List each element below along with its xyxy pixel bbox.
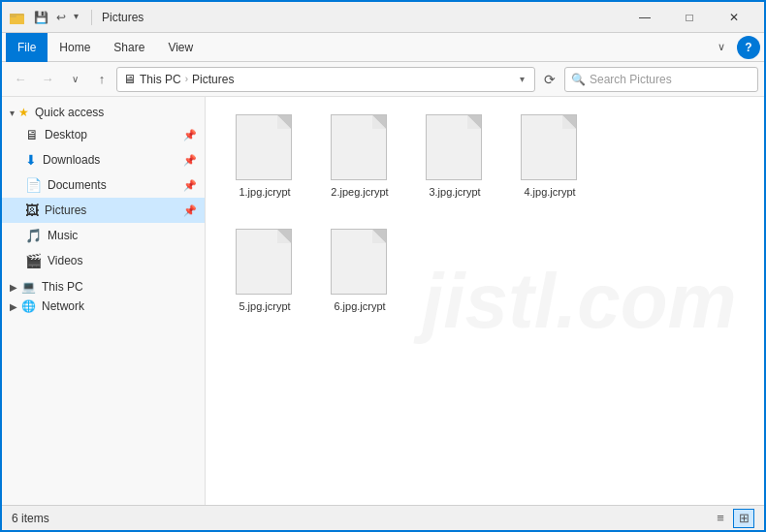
maximize-button[interactable]: □ [667,2,712,33]
sidebar-documents-label: Documents [48,178,183,192]
file-name-3: 4.jpg.jcrypt [524,186,575,198]
sidebar-item-music[interactable]: 🎵 Music [2,223,205,248]
downloads-pin-icon: 📌 [183,154,197,167]
sidebar-item-videos[interactable]: 🎬 Videos [2,248,205,273]
file-page-3 [521,114,577,180]
file-name-0: 1.jpg.jcrypt [239,186,290,198]
sidebar-desktop-label: Desktop [45,128,183,141]
tab-share[interactable]: Share [102,33,156,62]
file-item-0[interactable]: 1.jpg.jcrypt [221,107,308,205]
file-area: jistl.com 1.jpg.jcrypt 2.jpeg.jcrypt 3.j… [206,97,764,505]
watermark: jistl.com [422,257,737,346]
desktop-icon: 🖥 [25,127,39,142]
this-pc-label: This PC [42,280,83,294]
quick-access-label: Quick access [35,106,104,119]
file-icon-0 [236,114,294,182]
search-bar[interactable]: 🔍 Search Pictures [564,67,758,92]
file-name-5: 6.jpg.jcrypt [334,300,385,312]
nav-bar: ← → ∨ ↑ 🖥 This PC › Pictures ▾ ⟳ 🔍 Searc… [2,62,764,97]
tab-view[interactable]: View [156,33,205,62]
address-folder-icon: 🖥 [123,72,136,86]
help-button[interactable]: ? [737,36,760,59]
documents-icon: 📄 [25,177,42,193]
file-item-5[interactable]: 6.jpg.jcrypt [316,221,403,320]
file-page-2 [426,114,482,180]
search-icon: 🔍 [571,73,586,86]
refresh-button[interactable]: ⟳ [537,67,562,92]
documents-pin-icon: 📌 [183,179,197,192]
sidebar-pictures-label: Pictures [45,203,183,217]
network-label: Network [42,299,84,313]
ribbon-chevron-area: ∨ ? [710,36,760,59]
file-item-2[interactable]: 3.jpg.jcrypt [411,107,498,205]
tab-home[interactable]: Home [48,33,102,62]
search-placeholder: Search Pictures [590,73,672,86]
file-icon-3 [521,114,579,182]
list-view-button[interactable]: ≡ [710,509,731,528]
ribbon: File Home Share View ∨ ? [2,33,764,62]
address-bar[interactable]: 🖥 This PC › Pictures ▾ [116,67,535,92]
quick-access-dropdown[interactable]: ▾ [71,9,81,26]
file-icon-4 [236,229,294,297]
address-this-pc: This PC [140,73,181,86]
file-item-3[interactable]: 4.jpg.jcrypt [506,107,593,205]
network-arrow: ▶ [10,301,17,312]
sidebar-music-label: Music [48,229,197,242]
sidebar-videos-label: Videos [48,254,197,267]
star-icon: ★ [18,106,29,119]
sidebar-item-downloads[interactable]: ⬇ Downloads 📌 [2,147,205,172]
tab-file[interactable]: File [6,33,48,62]
file-item-4[interactable]: 5.jpg.jcrypt [221,221,308,320]
up-button[interactable]: ↑ [89,67,114,92]
music-icon: 🎵 [25,228,42,243]
close-button[interactable]: ✕ [712,2,756,33]
sidebar-item-pictures[interactable]: 🖼 Pictures 📌 [2,198,205,223]
ribbon-tabs: File Home Share View ∨ ? [2,33,764,62]
file-page-1 [331,114,387,180]
file-icon-2 [426,114,484,182]
desktop-pin-icon: 📌 [183,129,197,141]
status-bar: 6 items ≡ ⊞ [2,505,764,530]
network-icon: 🌐 [21,299,36,313]
file-name-1: 2.jpeg.jcrypt [331,186,388,198]
videos-icon: 🎬 [25,253,42,268]
file-icon-5 [331,229,389,297]
file-page-0 [236,114,292,180]
title-bar: 💾 ↩ ▾ Pictures — □ ✕ [2,2,764,33]
sidebar: ▾ ★ Quick access 🖥 Desktop 📌 ⬇ Downloads… [2,97,206,505]
this-pc-header[interactable]: ▶ 💻 This PC [2,277,205,297]
this-pc-icon: 💻 [21,280,36,294]
file-name-4: 5.jpg.jcrypt [239,300,290,312]
explorer-window: 💾 ↩ ▾ Pictures — □ ✕ File Home Share Vie… [0,0,766,532]
svg-rect-2 [10,14,16,17]
window-controls: — □ ✕ [622,2,756,33]
title-bar-icon [10,10,25,25]
file-item-1[interactable]: 2.jpeg.jcrypt [316,107,403,205]
minimize-button[interactable]: — [622,2,667,33]
network-header[interactable]: ▶ 🌐 Network [2,297,205,316]
forward-button[interactable]: → [35,67,60,92]
sidebar-item-desktop[interactable]: 🖥 Desktop 📌 [2,122,205,147]
view-controls: ≡ ⊞ [710,509,754,528]
title-bar-quick-access: 💾 ↩ ▾ [31,9,81,26]
file-icon-1 [331,114,389,182]
quick-access-arrow: ▾ [10,108,15,118]
icon-view-button[interactable]: ⊞ [733,509,754,528]
sidebar-item-documents[interactable]: 📄 Documents 📌 [2,172,205,198]
nav-dropdown-button[interactable]: ∨ [62,67,87,92]
pictures-pin-icon: 📌 [183,204,197,217]
address-separator-1: › [185,74,188,84]
address-dropdown-button[interactable]: ▾ [516,72,528,86]
quick-access-header[interactable]: ▾ ★ Quick access [2,103,205,122]
undo-icon[interactable]: ↩ [53,9,69,26]
main-area: ▾ ★ Quick access 🖥 Desktop 📌 ⬇ Downloads… [2,97,764,505]
window-title: Pictures [102,11,622,24]
downloads-icon: ⬇ [25,152,37,168]
back-button[interactable]: ← [8,67,33,92]
quick-save-icon[interactable]: 💾 [31,9,51,26]
item-count: 6 items [12,512,49,525]
ribbon-collapse-button[interactable]: ∨ [710,36,733,59]
pictures-icon: 🖼 [25,203,39,218]
sidebar-downloads-label: Downloads [43,153,183,167]
file-page-4 [236,229,292,295]
